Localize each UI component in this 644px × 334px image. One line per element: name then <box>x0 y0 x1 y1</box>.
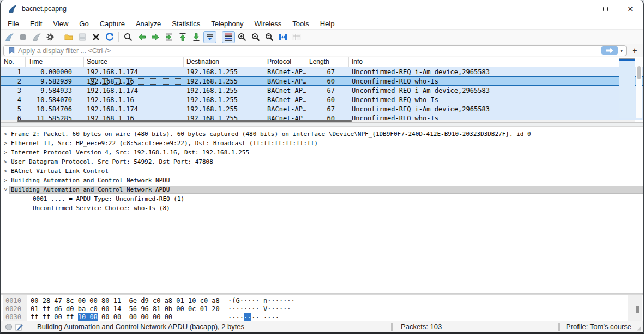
close-button[interactable]: ✕ <box>618 0 643 17</box>
go-forward-button[interactable] <box>149 31 162 43</box>
column-header-length[interactable]: Length <box>306 57 349 67</box>
maximize-button[interactable] <box>593 0 618 17</box>
colorize-icon <box>224 32 233 42</box>
expand-chevron-icon[interactable]: > <box>1 159 10 165</box>
stop-capture-button[interactable] <box>16 31 29 43</box>
toolbar-separator <box>118 32 119 42</box>
expand-chevron-icon[interactable]: > <box>1 150 10 156</box>
zoom-out-button[interactable] <box>249 31 262 43</box>
intelligent-scrollbar-minimap[interactable] <box>619 58 635 118</box>
hex-row[interactable]: 0010 00 28 47 8c 00 00 80 11 6e d9 c0 a8… <box>1 296 643 305</box>
find-packet-button[interactable] <box>122 31 135 43</box>
add-filter-button-plus[interactable]: + <box>629 45 641 56</box>
save-file-button[interactable] <box>76 31 89 43</box>
detail-line-apdu-selected[interactable]: >Building Automation and Control Network… <box>1 185 643 194</box>
pane-splitter[interactable] <box>1 122 643 127</box>
filter-history-chevron-down-icon[interactable]: ▾ <box>620 48 623 53</box>
go-last-packet-button[interactable] <box>190 31 203 43</box>
go-to-packet-icon <box>164 32 174 42</box>
go-to-packet-button[interactable] <box>162 31 176 43</box>
resize-columns-button[interactable] <box>276 31 290 43</box>
menu-tools[interactable]: Tools <box>287 19 314 29</box>
expand-chevron-icon[interactable]: > <box>1 168 10 174</box>
menu-edit[interactable]: Edit <box>25 19 47 29</box>
detail-line-npdu[interactable]: >Building Automation and Control Network… <box>1 176 643 185</box>
profile-status[interactable]: Profile: Tom's course <box>561 323 637 331</box>
resize-grip[interactable] <box>637 326 641 331</box>
expand-chevron-icon[interactable]: > <box>1 131 10 137</box>
packet-list-scrollbar-thumb[interactable] <box>637 66 641 79</box>
detail-line-frame[interactable]: >Frame 2: Packet, 60 bytes on wire (480 … <box>1 129 643 139</box>
resize-columns-icon <box>278 32 288 42</box>
menu-capture[interactable]: Capture <box>94 19 130 29</box>
expert-info-icon[interactable] <box>5 324 12 330</box>
minimize-icon <box>577 9 583 9</box>
column-header-source[interactable]: Source <box>84 57 184 67</box>
menu-help[interactable]: Help <box>315 19 340 29</box>
detail-line-udp[interactable]: >User Datagram Protocol, Src Port: 54992… <box>1 157 643 166</box>
packet-list-hscrollbar-thumb[interactable] <box>17 120 352 122</box>
packet-row-5[interactable]: 5 10.584706 192.168.1.174 192.168.1.255 … <box>1 104 643 114</box>
column-header-destination[interactable]: Destination <box>184 57 264 67</box>
column-header-time[interactable]: Time <box>26 57 84 67</box>
packet-list-vertical-scrollbar[interactable] <box>636 58 642 118</box>
menu-analyze[interactable]: Analyze <box>130 19 166 29</box>
reload-file-button[interactable] <box>103 31 116 43</box>
collapse-chevron-icon[interactable]: > <box>3 186 9 194</box>
hex-row[interactable]: 0030 ff ff 00 ff 10 08 00 00 00 00 00 00… <box>1 313 643 321</box>
restart-capture-icon <box>32 32 41 42</box>
expand-chevron-icon[interactable]: > <box>1 140 10 146</box>
packet-list-horizontal-scrollbar[interactable] <box>1 120 635 122</box>
close-icon: ✕ <box>628 5 634 13</box>
column-header-protocol[interactable]: Protocol <box>264 57 306 67</box>
column-header-no[interactable]: No. <box>1 57 26 67</box>
menu-statistics[interactable]: Statistics <box>166 19 206 29</box>
go-first-packet-button[interactable] <box>176 31 189 43</box>
minimize-button[interactable] <box>568 0 593 17</box>
start-capture-button[interactable] <box>3 31 16 43</box>
detail-line-ip[interactable]: >Internet Protocol Version 4, Src: 192.1… <box>1 148 643 157</box>
apply-filter-button[interactable] <box>601 46 618 55</box>
detail-line-ethernet[interactable]: >Ethernet II, Src: HP_ee:e9:22 (c8:5a:cf… <box>1 139 643 148</box>
packet-row-2-selected[interactable]: 2 9.582939 192.168.1.16 192.168.1.255 BA… <box>1 76 643 86</box>
menu-telephony[interactable]: Telephony <box>206 19 249 29</box>
reset-layout-button[interactable] <box>290 31 303 43</box>
packet-row-4[interactable]: 4 10.584070 192.168.1.16 192.168.1.255 B… <box>1 95 643 104</box>
display-filter-input[interactable] <box>18 47 601 55</box>
packet-row-3[interactable]: 3 9.584933 192.168.1.174 192.168.1.255 B… <box>1 86 643 95</box>
detail-line-bvlc[interactable]: >BACnet Virtual Link Control <box>1 166 643 176</box>
wireshark-window: bacnet.pcapng ✕ File Edit View Go Captur… <box>0 0 644 334</box>
detail-text: Frame 2: Packet, 60 bytes on wire (480 b… <box>10 130 643 138</box>
cell-time: 0.000000 <box>26 68 84 76</box>
expand-chevron-icon[interactable]: > <box>1 177 10 183</box>
column-header-info[interactable]: Info <box>349 57 643 67</box>
filter-bookmark-icon[interactable] <box>8 46 16 55</box>
restart-capture-button[interactable] <box>30 31 43 43</box>
hex-post: 00 00 00 00 00 00 <box>98 313 172 321</box>
menu-wireless[interactable]: Wireless <box>249 19 287 29</box>
display-filter-field[interactable]: ▾ <box>3 45 627 56</box>
menu-go[interactable]: Go <box>74 19 94 29</box>
menu-view[interactable]: View <box>47 19 74 29</box>
reload-icon <box>105 32 115 42</box>
detail-line-service-choice[interactable]: Unconfirmed Service Choice: who-Is (8) <box>1 204 643 213</box>
zoom-reset-button[interactable] <box>263 31 276 43</box>
cell-protocol: BACnet-AP… <box>264 105 306 113</box>
packet-row-1[interactable]: 1 0.000000 192.168.1.174 192.168.1.255 B… <box>1 67 643 76</box>
close-file-button[interactable] <box>89 31 103 43</box>
capture-options-button[interactable] <box>44 31 57 43</box>
hex-scrollbar-thumb[interactable] <box>636 306 639 313</box>
auto-scroll-button[interactable] <box>203 31 216 43</box>
zoom-in-button[interactable] <box>236 31 249 43</box>
capture-comment-pencil-icon[interactable] <box>15 323 23 331</box>
go-back-button[interactable] <box>135 31 148 43</box>
hex-vertical-scrollbar[interactable] <box>628 295 642 321</box>
detail-line-apdu-type[interactable]: 0001 .... = APDU Type: Unconfirmed-REQ (… <box>1 194 643 204</box>
close-file-icon <box>91 32 101 42</box>
menu-file[interactable]: File <box>2 19 25 29</box>
layout-grid-icon <box>292 32 302 42</box>
cell-source: 192.168.1.174 <box>84 105 184 113</box>
hex-row[interactable]: 0020 01 ff d6 d0 ba c0 00 14 56 96 81 0b… <box>1 305 643 313</box>
colorize-button[interactable] <box>222 31 235 43</box>
open-file-button[interactable] <box>62 31 75 43</box>
